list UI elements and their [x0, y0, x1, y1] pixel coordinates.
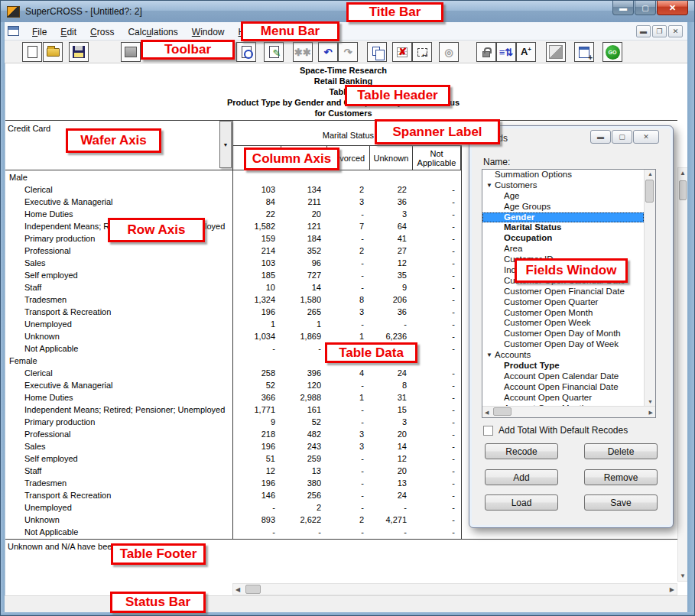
- field-item[interactable]: Area: [482, 244, 644, 255]
- field-item[interactable]: Customer Open Quarter: [482, 297, 644, 308]
- go-icon[interactable]: GO: [602, 42, 622, 62]
- data-cell[interactable]: 14: [281, 283, 327, 292]
- scrollbar-thumb[interactable]: [679, 180, 687, 200]
- data-cell[interactable]: -: [327, 234, 370, 243]
- data-cell[interactable]: 2,622: [281, 515, 327, 524]
- data-cell[interactable]: -: [413, 478, 461, 488]
- data-cell[interactable]: 41: [370, 234, 413, 243]
- data-cell[interactable]: -: [327, 271, 370, 280]
- print-preview-icon[interactable]: [236, 42, 256, 62]
- data-cell[interactable]: 121: [281, 222, 327, 231]
- data-cell[interactable]: 84: [232, 197, 281, 206]
- data-cell[interactable]: 36: [370, 307, 413, 316]
- mdi-restore-button[interactable]: ❐: [652, 25, 667, 37]
- data-cell[interactable]: 206: [370, 295, 413, 304]
- data-cell[interactable]: 52: [232, 381, 281, 390]
- data-cell[interactable]: 9: [370, 283, 413, 292]
- data-cell[interactable]: -: [413, 454, 461, 463]
- data-cell[interactable]: 8: [327, 295, 370, 304]
- data-cell[interactable]: 3: [327, 430, 370, 439]
- field-order-icon[interactable]: ≡⇅: [496, 42, 516, 62]
- data-cell[interactable]: 2: [327, 185, 370, 194]
- data-cell[interactable]: -: [413, 332, 461, 341]
- data-cell[interactable]: -: [413, 283, 461, 292]
- data-cell[interactable]: 1,580: [281, 295, 327, 304]
- data-cell[interactable]: -: [413, 381, 461, 390]
- data-cell[interactable]: -: [327, 319, 370, 329]
- data-cell[interactable]: -: [327, 381, 370, 390]
- data-cell[interactable]: 20: [370, 466, 413, 475]
- maximize-button[interactable]: ▢: [635, 1, 656, 15]
- data-cell[interactable]: 3: [370, 417, 413, 426]
- field-item[interactable]: Age Groups: [482, 202, 644, 212]
- data-cell[interactable]: -: [413, 503, 461, 512]
- data-cell[interactable]: -: [327, 466, 370, 475]
- data-cell[interactable]: -: [413, 197, 461, 206]
- data-cell[interactable]: 159: [232, 234, 281, 243]
- data-cell[interactable]: -: [327, 491, 370, 500]
- data-cell[interactable]: -: [327, 417, 370, 426]
- data-cell[interactable]: 3: [327, 442, 370, 451]
- data-cell[interactable]: 2,988: [281, 393, 327, 402]
- scroll-right-icon[interactable]: ▶: [670, 586, 674, 593]
- data-cell[interactable]: 184: [281, 234, 327, 243]
- data-cell[interactable]: 1: [327, 393, 370, 402]
- data-cell[interactable]: 24: [370, 491, 413, 500]
- field-item[interactable]: Customer Open Month: [482, 308, 644, 319]
- column-header[interactable]: Not Applicable: [413, 146, 461, 170]
- data-cell[interactable]: 196: [232, 307, 281, 316]
- data-cell[interactable]: -: [327, 258, 370, 267]
- data-cell[interactable]: 3: [327, 307, 370, 316]
- data-cell[interactable]: 14: [370, 442, 413, 451]
- fields-restore-button[interactable]: ▢: [612, 130, 632, 144]
- data-cell[interactable]: -: [327, 503, 370, 512]
- collapse-arrow-icon[interactable]: ▼: [486, 350, 492, 361]
- field-item[interactable]: ▼Customers: [482, 180, 644, 191]
- wafer-dropdown-button[interactable]: ▼: [219, 121, 232, 168]
- field-item[interactable]: Age: [482, 191, 644, 202]
- data-cell[interactable]: -: [327, 283, 370, 292]
- data-cell[interactable]: 380: [281, 478, 327, 488]
- scroll-up-icon[interactable]: ▲: [680, 170, 686, 177]
- data-cell[interactable]: 1: [232, 319, 281, 329]
- field-item[interactable]: Customer Open Day of Week: [482, 339, 644, 350]
- field-item[interactable]: Customer Open Financial Date: [482, 287, 644, 297]
- data-cell[interactable]: -: [413, 466, 461, 475]
- data-cell[interactable]: -: [413, 430, 461, 439]
- data-cell[interactable]: 2: [327, 515, 370, 524]
- data-cell[interactable]: 12: [370, 454, 413, 463]
- data-cell[interactable]: 1,582: [232, 222, 281, 231]
- data-cell[interactable]: 2: [327, 246, 370, 255]
- new-document-icon[interactable]: [22, 42, 42, 62]
- fields-list-hscrollbar[interactable]: ◀ ▶: [482, 406, 655, 417]
- fields-minimize-button[interactable]: ▬: [590, 130, 611, 144]
- data-cell[interactable]: -: [281, 344, 327, 353]
- data-cell[interactable]: 396: [281, 368, 327, 378]
- field-item[interactable]: Marital Status: [482, 222, 644, 233]
- scroll-down-icon[interactable]: ▼: [680, 572, 686, 579]
- data-cell[interactable]: 1: [281, 319, 327, 329]
- data-cell[interactable]: 22: [232, 209, 281, 219]
- data-cell[interactable]: 15: [370, 405, 413, 414]
- data-cell[interactable]: -: [413, 405, 461, 414]
- data-cell[interactable]: -: [413, 307, 461, 316]
- data-cell[interactable]: 256: [281, 491, 327, 500]
- data-cell[interactable]: 13: [281, 466, 327, 475]
- data-cell[interactable]: 1,324: [232, 295, 281, 304]
- data-cell[interactable]: -: [413, 515, 461, 524]
- data-cell[interactable]: -: [370, 527, 413, 537]
- data-cell[interactable]: 12: [370, 258, 413, 267]
- data-cell[interactable]: 20: [281, 209, 327, 219]
- data-cell[interactable]: 1: [327, 332, 370, 341]
- data-cell[interactable]: -: [327, 209, 370, 219]
- mdi-close-button[interactable]: ✕: [668, 25, 683, 37]
- scrollbar-thumb[interactable]: [645, 180, 654, 203]
- data-cell[interactable]: 13: [370, 478, 413, 488]
- save-icon[interactable]: [69, 42, 89, 62]
- menu-item-edit[interactable]: Edit: [54, 24, 83, 40]
- add-table-icon[interactable]: [574, 42, 594, 62]
- data-cell[interactable]: -: [413, 258, 461, 267]
- data-cell[interactable]: -: [413, 222, 461, 231]
- data-cell[interactable]: -: [413, 271, 461, 280]
- scroll-down-icon[interactable]: ▼: [648, 399, 653, 404]
